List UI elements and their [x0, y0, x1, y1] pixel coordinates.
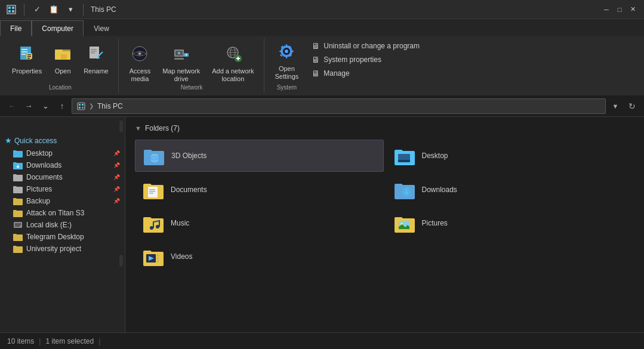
- folder-music-name: Music: [171, 219, 189, 227]
- folder-pictures-icon-large: [392, 211, 416, 235]
- current-path: This PC: [97, 102, 123, 110]
- tab-file[interactable]: File: [0, 20, 32, 36]
- folder-downloads-name: Downloads: [422, 186, 457, 194]
- quick-access-dropdown[interactable]: ▾: [64, 3, 77, 16]
- access-media-label: Accessmedia: [130, 67, 150, 83]
- add-network-location-button[interactable]: Add a networklocation: [207, 41, 258, 81]
- section-chevron-icon[interactable]: ▼: [135, 125, 141, 132]
- svg-rect-54: [79, 104, 81, 106]
- folder-downloads-icon-large: [392, 178, 416, 202]
- status-divider: |: [39, 337, 41, 345]
- folder-item-documents[interactable]: Documents: [135, 174, 384, 205]
- folders-section-label: Folders (7): [145, 124, 180, 132]
- svg-rect-4: [12, 10, 14, 13]
- open-label: Open: [55, 67, 71, 75]
- svg-rect-20: [91, 52, 95, 54]
- sidebar-item-telegram-desktop[interactable]: Telegram Desktop: [0, 231, 125, 243]
- sidebar-downloads-label: Downloads: [26, 161, 61, 169]
- folder-downloads-icon: [13, 161, 23, 169]
- folder-item-videos[interactable]: Videos: [135, 241, 384, 272]
- svg-rect-71: [149, 193, 153, 194]
- open-button[interactable]: Open: [49, 41, 76, 81]
- ribbon-content: Properties Open: [0, 36, 644, 95]
- sidebar-item-downloads[interactable]: Downloads 📌: [0, 159, 125, 171]
- sidebar-item-attack-on-titan[interactable]: Attack on Titan S3: [0, 207, 125, 219]
- manage-label: Manage: [323, 69, 349, 78]
- sidebar-item-documents[interactable]: Documents 📌: [0, 171, 125, 183]
- open-icon: [54, 45, 72, 66]
- tab-view[interactable]: View: [84, 20, 119, 36]
- close-button[interactable]: ✕: [626, 3, 639, 16]
- rename-button[interactable]: Rename: [79, 41, 113, 81]
- svg-rect-48: [291, 51, 294, 52]
- folder-telegram-icon: [13, 233, 23, 241]
- sidebar-item-backup[interactable]: Backup 📌: [0, 195, 125, 207]
- sidebar-item-local-disk-e[interactable]: Local disk (E:): [0, 219, 125, 231]
- map-network-drive-button[interactable]: Map networkdrive: [158, 41, 205, 81]
- svg-rect-70: [149, 191, 155, 192]
- folder-item-pictures[interactable]: Pictures: [386, 208, 635, 239]
- address-path[interactable]: ❯ This PC: [72, 98, 606, 114]
- sidebar-backup-label: Backup: [26, 197, 50, 205]
- svg-rect-6: [21, 49, 27, 50]
- sidebar-item-desktop[interactable]: Desktop 📌: [0, 147, 125, 159]
- address-bar: ← → ⌄ ↑ ❯ This PC ▼ ↻: [0, 95, 644, 117]
- network-buttons: Accessmedia Map networkdrive: [125, 38, 259, 83]
- item-count: 10 items: [7, 337, 34, 345]
- folder-item-downloads[interactable]: Downloads: [386, 174, 635, 205]
- system-properties-icon: 🖥: [312, 55, 320, 64]
- open-settings-button[interactable]: OpenSettings: [270, 38, 304, 79]
- quick-access-checkmark[interactable]: ✓: [30, 3, 44, 16]
- sidebar-item-pictures[interactable]: Pictures 📌: [0, 183, 125, 195]
- folder-documents-icon-large: [141, 178, 165, 202]
- folder-desktop-name: Desktop: [422, 152, 448, 160]
- svg-rect-57: [82, 107, 84, 109]
- ribbon-tabs: File Computer View: [0, 19, 644, 36]
- nav-up-button[interactable]: ↑: [55, 99, 69, 113]
- minimize-button[interactable]: ─: [600, 3, 613, 16]
- map-network-drive-label: Map networkdrive: [162, 67, 200, 83]
- quick-access-header[interactable]: ★ Quick access: [0, 134, 125, 147]
- svg-rect-53: [78, 103, 85, 110]
- address-dropdown-button[interactable]: ▼: [608, 98, 623, 114]
- quick-access-properties[interactable]: 📋: [47, 3, 60, 16]
- scroll-up-indicator: [119, 121, 123, 132]
- folder-3d-objects-name: 3D Objects: [171, 152, 207, 160]
- manage-button[interactable]: 🖥 Manage: [308, 67, 423, 80]
- folder-university-icon: [13, 245, 23, 253]
- system-group-label: System: [277, 83, 297, 91]
- svg-rect-47: [279, 51, 282, 52]
- main-layout: ★ Quick access Desktop 📌 Downloads 📌 Doc…: [0, 117, 644, 332]
- scroll-down-indicator: [119, 255, 123, 267]
- folder-documents-name: Documents: [171, 186, 207, 194]
- nav-forward-button[interactable]: →: [21, 99, 36, 113]
- sidebar-desktop-label: Desktop: [26, 149, 53, 157]
- folder-documents-icon: [13, 173, 23, 181]
- tab-computer[interactable]: Computer: [32, 20, 84, 36]
- nav-recent-button[interactable]: ⌄: [38, 99, 53, 113]
- folder-item-3d-objects[interactable]: 3D Objects: [135, 140, 384, 172]
- maximize-button[interactable]: □: [613, 3, 626, 16]
- rename-icon: [87, 45, 105, 66]
- svg-rect-7: [21, 51, 27, 52]
- folder-music-icon-large: [141, 211, 165, 235]
- properties-button[interactable]: Properties: [7, 41, 47, 81]
- folder-item-desktop[interactable]: Desktop: [386, 140, 635, 172]
- sidebar-item-university-project[interactable]: University project: [0, 243, 125, 255]
- system-properties-button[interactable]: 🖥 System properties: [308, 53, 423, 66]
- svg-rect-8: [21, 54, 26, 55]
- folder-desktop-icon-large: [392, 144, 416, 168]
- network-group-label: Network: [181, 83, 203, 91]
- content-area: ▼ Folders (7) 3D Objects: [125, 117, 644, 332]
- uninstall-icon: 🖥: [312, 41, 320, 51]
- quick-access-toolbar[interactable]: ✓ 📋 ▾: [5, 3, 86, 16]
- manage-icon: 🖥: [312, 69, 320, 78]
- access-media-button[interactable]: Accessmedia: [125, 41, 155, 81]
- folder-item-music[interactable]: Music: [135, 208, 384, 239]
- folders-section-header: ▼ Folders (7): [135, 124, 634, 132]
- uninstall-program-button[interactable]: 🖥 Uninstall or change a program: [308, 39, 423, 52]
- refresh-button[interactable]: ↻: [625, 99, 639, 113]
- svg-rect-66: [398, 154, 410, 160]
- selected-count: 1 item selected: [45, 337, 94, 345]
- nav-back-button[interactable]: ←: [5, 99, 19, 113]
